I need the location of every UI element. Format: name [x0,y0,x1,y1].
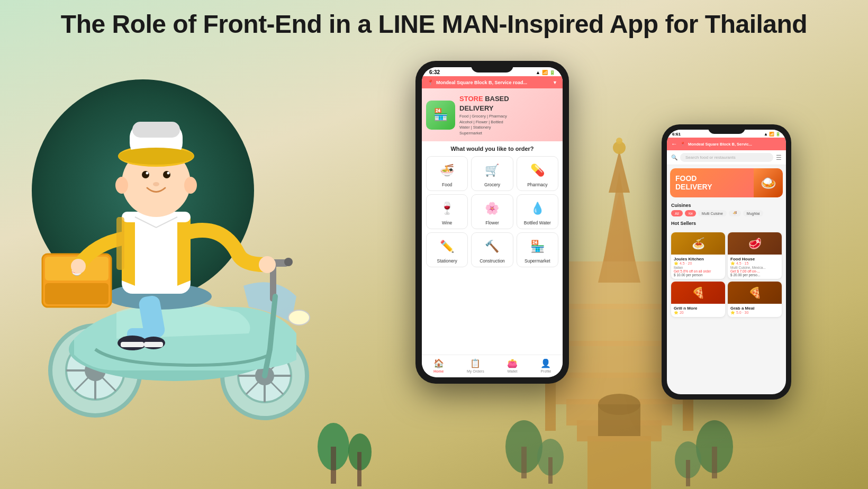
svg-rect-75 [357,452,361,486]
nav-orders[interactable]: 📋 My Orders [467,358,484,373]
signal-icon-2: ▲ [764,132,768,137]
stationery-icon: ✏️ [438,237,457,256]
svg-point-57 [259,256,276,273]
grill-n-more-rating: ⭐ 20 [674,311,722,315]
nav-profile[interactable]: 👤 Profile [540,358,551,373]
category-grocery[interactable]: 🛒 Grocery [471,156,513,191]
search-bar[interactable]: 🔍 Search food or restaurants ☰ [667,150,786,165]
seller-card-food-house[interactable]: 🥩 Food House ⭐ 4.5 · 15 Multi Cuisine, M… [728,232,782,279]
svg-marker-9 [609,150,630,193]
category-supermarket[interactable]: 🏪 Supermarket [517,232,558,267]
svg-point-66 [184,177,197,194]
food-banner-text: FOOD DELIVERY [675,175,712,191]
food-house-info: Food House ⭐ 4.5 · 15 Multi Cuisine, Mex… [728,255,782,279]
phone-secondary-location: Mondeal Square Block B, Servic... [688,142,782,147]
pharmacy-icon: 💊 [528,161,547,180]
wifi-icon-2: 📶 [769,132,774,137]
filter-icon[interactable]: ☰ [776,154,782,161]
category-bottled-water[interactable]: 💧 Bottled Water [517,194,558,229]
seller-card-grill-n-more[interactable]: 🍕 Grill n More ⭐ 20 [671,282,725,317]
category-construction[interactable]: 🔨 Construction [471,232,513,267]
food-banner-image: 🍛 [754,168,783,197]
svg-rect-48 [45,283,108,304]
svg-rect-21 [548,457,553,484]
signal-icon: ▲ [536,70,540,75]
food-label: Food [442,182,452,187]
svg-marker-8 [598,193,640,283]
food-house-name: Food House [730,257,779,261]
wallet-nav-icon: 👛 [507,358,518,368]
seller-card-grab-a-meal[interactable]: 🍕 Grab a Meal ⭐ 5.0 · 30 [728,282,782,317]
flower-icon: 🌸 [483,199,502,218]
category-grid: 🍜 Food 🛒 Grocery 💊 Pharmacy 🍷 Wine 🌸 [426,156,558,267]
svg-rect-19 [712,447,717,478]
bottled-water-label: Bottled Water [524,220,551,225]
location-dropdown-icon: ▼ [553,80,557,85]
food-icon: 🍜 [438,161,457,180]
flower-label: Flower [485,220,499,225]
nav-wallet[interactable]: 👛 Wallet [507,358,518,373]
cuisine-chips: All 🍽 Multi Cuisine 🍜 Mughlai [671,210,782,216]
grab-a-meal-rating: ⭐ 5.0 · 30 [730,311,779,315]
category-food[interactable]: 🍜 Food [426,156,468,191]
food-delivery-banner: 🍛 FOOD DELIVERY [670,168,783,197]
banner-text: STORE BASED DELIVERY Food | Grocery | Ph… [459,94,557,136]
chip-mughlai[interactable]: Mughlai [743,210,764,216]
character-scooter-illustration: 🍜 [11,53,339,434]
svg-point-58 [71,259,86,274]
chip-multi-cuisine[interactable]: Multi Cuisine [698,210,727,216]
phone-secondary-time: 6:61 [672,132,681,137]
svg-rect-73 [331,447,336,484]
joules-kitchen-type: Italian [674,266,722,269]
svg-rect-23 [686,460,690,486]
category-wine[interactable]: 🍷 Wine [426,194,468,229]
banner-delivery-label: DELIVERY [459,104,494,112]
wallet-nav-label: Wallet [507,369,517,373]
svg-point-11 [616,138,622,144]
chip-icon-2[interactable]: 🍜 [729,210,741,216]
seller-card-joules-kitchen[interactable]: 🍝 Joules Kitchen ⭐ 4.5 · 20 Italian Get … [671,232,725,279]
nav-home[interactable]: 🏠 Home [433,358,444,373]
back-button[interactable]: ← [671,140,677,148]
svg-point-60 [142,171,149,178]
sellers-grid: 🍝 Joules Kitchen ⭐ 4.5 · 20 Italian Get … [667,230,786,319]
location-pin-icon: 📍 [427,79,433,85]
food-house-rating: ⭐ 4.5 · 15 [730,261,779,266]
banner-store-label: STORE [459,95,483,103]
phone-main-status-icons: ▲ 📶 🔋 [536,70,555,75]
food-house-image: 🥩 [728,232,782,255]
profile-nav-icon: 👤 [540,358,551,368]
construction-icon: 🔨 [483,237,502,256]
svg-rect-54 [144,342,163,347]
svg-point-43 [284,258,293,266]
banner-subtitle: Food | Grocery | PharmacyAlcohol | Flowe… [459,114,557,136]
svg-point-62 [146,172,149,175]
grocery-icon: 🛒 [483,161,502,180]
orders-nav-icon: 📋 [470,358,481,368]
phone-main-time: 6:32 [429,69,440,75]
battery-icon: 🔋 [549,70,555,75]
wine-label: Wine [442,220,452,225]
category-stationery[interactable]: ✏️ Stationery [426,232,468,267]
food-house-offer: Get $ 7.00 off on-... [730,269,779,273]
food-house-price: $ 20.00 per perso... [730,273,779,277]
category-pharmacy[interactable]: 💊 Pharmacy [517,156,558,191]
chip-icon[interactable]: 🍽 [685,210,696,216]
svg-point-15 [598,394,640,415]
search-input[interactable]: Search food or restaurants [680,153,773,162]
chip-all[interactable]: All [671,210,683,216]
svg-point-65 [115,177,128,194]
phone-main-location-bar[interactable]: 📍 Mondeal Square Block B, Service road..… [422,76,563,88]
joules-kitchen-price: $ 10.00 per person [674,273,722,277]
category-flower[interactable]: 🌸 Flower [471,194,513,229]
home-nav-icon: 🏠 [433,358,444,368]
banner-title: STORE BASED DELIVERY [459,94,557,113]
food-banner-line2: DELIVERY [675,183,712,191]
svg-point-44 [288,310,310,325]
svg-rect-69 [132,122,180,138]
pharmacy-label: Pharmacy [527,182,547,187]
supermarket-icon: 🏪 [528,237,547,256]
food-house-type: Multi Cuisine, Mexica... [730,266,779,269]
bottom-nav: 🏠 Home 📋 My Orders 👛 Wallet 👤 Profile [422,355,563,377]
page-title: The Role of Front-End in a LINE MAN-Insp… [0,10,868,39]
